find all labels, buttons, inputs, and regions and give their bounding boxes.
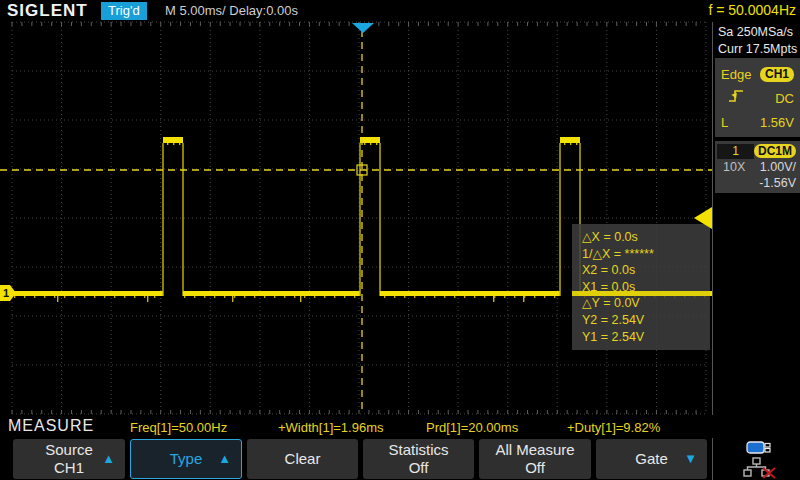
- type-button-label: Type: [170, 450, 203, 468]
- frequency-counter: f = 50.0004Hz: [708, 2, 796, 18]
- cursor-x2: X2 = 0.0s: [582, 262, 710, 279]
- cursor-delta-y: △Y = 0.0V: [582, 295, 710, 312]
- gate-button[interactable]: Gate ▼: [596, 439, 707, 479]
- memory-depth-readout: Curr 17.5Mpts: [713, 39, 800, 56]
- trigger-coupling-label: DC: [775, 91, 794, 106]
- connectivity-status-area: [712, 438, 800, 480]
- measure-title: MEASURE: [8, 417, 94, 435]
- measure-freq: Freq[1]=50.00Hz: [130, 420, 227, 435]
- trigger-source-badge: CH1: [760, 67, 794, 82]
- waveform-baseline-overlay: [572, 291, 710, 296]
- cursor-y2: Y2 = 2.54V: [582, 312, 710, 329]
- trigger-level-label: L: [721, 115, 728, 130]
- cursor-readout-box: △X = 0.0s 1/△X = ****** X2 = 0.0s X1 = 0…: [572, 224, 710, 350]
- vertical-offset-readout: -1.56V: [759, 176, 796, 190]
- clear-button-label: Clear: [285, 450, 321, 468]
- oscilloscope-screen: SIGLENT Trig'd M 5.00ms/ Delay:0.00s f =…: [0, 0, 800, 480]
- source-button-value: CH1: [54, 459, 84, 477]
- rising-edge-icon: [721, 88, 745, 108]
- all-measure-button-label: All Measure: [495, 441, 574, 459]
- up-arrow-icon: ▲: [102, 450, 115, 468]
- cursor-inv-delta-x: 1/△X = ******: [582, 246, 710, 263]
- vertical-scale-readout: 1.00V/: [760, 160, 796, 174]
- source-button[interactable]: Source CH1 ▲: [13, 439, 125, 479]
- softkey-menu-bar: Source CH1 ▲ Type ▲ Clear Statistics Off…: [0, 438, 800, 480]
- usb-device-icon: [746, 441, 772, 454]
- measure-period: Prd[1]=20.00ms: [426, 420, 518, 435]
- channel-coupling-badge: DC1M: [754, 144, 796, 158]
- statistics-button-label: Statistics: [388, 441, 448, 459]
- type-button[interactable]: Type ▲: [130, 439, 242, 479]
- measure-pos-duty: +Duty[1]=9.82%: [567, 420, 660, 435]
- source-button-label: Source: [45, 441, 93, 459]
- status-sidebar: Sa 250MSa/s Curr 17.5Mpts Edge CH1 DC L …: [712, 22, 800, 427]
- up-arrow-icon: ▲: [218, 450, 231, 468]
- cursor-y1: Y1 = 2.54V: [582, 329, 710, 346]
- trigger-type-label: Edge: [721, 67, 751, 82]
- waveform-display: 1: [0, 0, 712, 440]
- waveform-svg: 1: [0, 0, 712, 440]
- all-measure-button-value: Off: [525, 459, 545, 477]
- cursor-delta-x: △X = 0.0s: [582, 229, 710, 246]
- statistics-button-value: Off: [409, 459, 429, 477]
- sample-rate-readout: Sa 250MSa/s: [713, 22, 800, 39]
- statistics-button[interactable]: Statistics Off: [363, 439, 474, 479]
- trigger-level-marker-icon[interactable]: [694, 207, 712, 229]
- channel-number-badge: 1: [717, 144, 754, 159]
- down-arrow-icon: ▼: [684, 450, 697, 468]
- gate-button-label: Gate: [635, 450, 668, 468]
- all-measure-button[interactable]: All Measure Off: [479, 439, 591, 479]
- lan-disconnected-icon: [743, 457, 777, 479]
- trigger-level-value: 1.56V: [760, 115, 794, 130]
- trigger-info-panel[interactable]: Edge CH1 DC L 1.56V: [715, 58, 800, 137]
- probe-attenuation-readout: 10X: [717, 160, 745, 174]
- channel1-info-panel[interactable]: 1 DC1M 10X 1.00V/ -1.56V: [715, 141, 800, 193]
- clear-button[interactable]: Clear: [247, 439, 358, 479]
- measure-pos-width: +Width[1]=1.96ms: [278, 420, 384, 435]
- measure-strip: MEASURE Freq[1]=50.00Hz +Width[1]=1.96ms…: [0, 415, 800, 438]
- svg-text:1: 1: [3, 287, 9, 299]
